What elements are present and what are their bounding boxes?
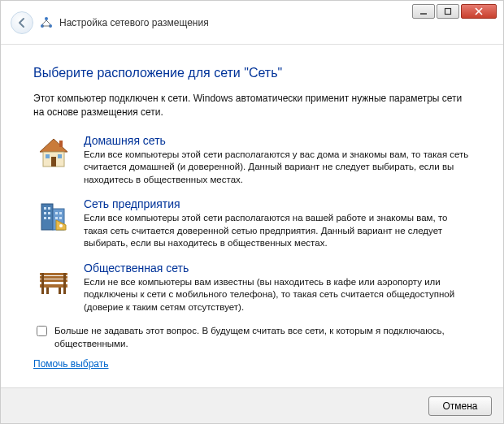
svg-rect-12 xyxy=(51,157,56,167)
svg-line-8 xyxy=(46,20,50,24)
dont-ask-again-label: Больше не задавать этот вопрос. В будуще… xyxy=(54,325,471,350)
svg-rect-29 xyxy=(40,273,67,275)
svg-rect-36 xyxy=(59,288,61,294)
header-title: Настройка сетевого размещения xyxy=(59,17,209,28)
option-home-network[interactable]: Домашняя сеть Если все компьютеры этой с… xyxy=(33,131,471,195)
svg-rect-19 xyxy=(48,207,50,210)
option-work-desc: Если все компьютеры этой сети располагаю… xyxy=(84,212,469,250)
svg-rect-26 xyxy=(55,217,58,219)
svg-point-28 xyxy=(59,224,63,227)
footer-bar: Отмена xyxy=(1,387,503,423)
option-home-desc: Если все компьютеры этой сети располагаю… xyxy=(84,149,469,187)
svg-rect-25 xyxy=(59,212,62,214)
svg-point-4 xyxy=(45,17,48,20)
svg-rect-14 xyxy=(58,154,62,158)
option-work-title: Сеть предприятия xyxy=(84,197,469,210)
park-bench-icon xyxy=(35,262,72,299)
svg-rect-13 xyxy=(46,154,50,158)
svg-rect-23 xyxy=(48,217,50,219)
close-button[interactable] xyxy=(461,4,497,19)
svg-rect-30 xyxy=(40,276,67,279)
option-public-network[interactable]: Общественная сеть Если не все компьютеры… xyxy=(33,258,471,322)
content-area: Выберите расположение для сети "Сеть" Эт… xyxy=(1,45,503,379)
office-building-icon xyxy=(35,197,72,235)
option-home-title: Домашняя сеть xyxy=(84,134,469,147)
maximize-button[interactable] xyxy=(437,4,459,19)
dont-ask-again-checkbox[interactable] xyxy=(37,326,47,336)
option-work-network[interactable]: Сеть предприятия Если все компьютеры это… xyxy=(33,194,471,258)
svg-line-7 xyxy=(42,20,46,24)
option-public-title: Общественная сеть xyxy=(84,262,469,275)
help-choose-link[interactable]: Помочь выбрать xyxy=(33,358,109,370)
option-public-desc: Если не все компьютеры вам известны (вы … xyxy=(84,276,469,314)
intro-text: Этот компьютер подключен к сети. Windows… xyxy=(33,92,471,119)
svg-rect-35 xyxy=(46,288,49,294)
svg-rect-27 xyxy=(59,217,62,219)
house-icon xyxy=(35,134,72,171)
cancel-button[interactable]: Отмена xyxy=(428,396,492,416)
svg-rect-22 xyxy=(44,217,46,219)
svg-rect-31 xyxy=(40,279,67,282)
svg-rect-21 xyxy=(48,212,50,214)
svg-rect-32 xyxy=(40,284,67,288)
network-icon xyxy=(40,16,53,29)
dont-ask-again-row[interactable]: Больше не задавать этот вопрос. В будуще… xyxy=(33,325,471,350)
back-button[interactable] xyxy=(11,11,33,34)
page-heading: Выберите расположение для сети "Сеть" xyxy=(33,66,471,80)
svg-marker-10 xyxy=(40,139,67,152)
svg-rect-18 xyxy=(44,207,46,210)
svg-rect-34 xyxy=(63,273,66,294)
svg-rect-1 xyxy=(445,9,451,15)
svg-rect-16 xyxy=(41,204,53,230)
minimize-button[interactable] xyxy=(412,4,435,19)
svg-rect-33 xyxy=(41,273,44,294)
svg-rect-20 xyxy=(44,212,46,214)
svg-rect-15 xyxy=(59,141,63,147)
svg-rect-24 xyxy=(55,212,58,214)
window-controls xyxy=(412,4,497,19)
